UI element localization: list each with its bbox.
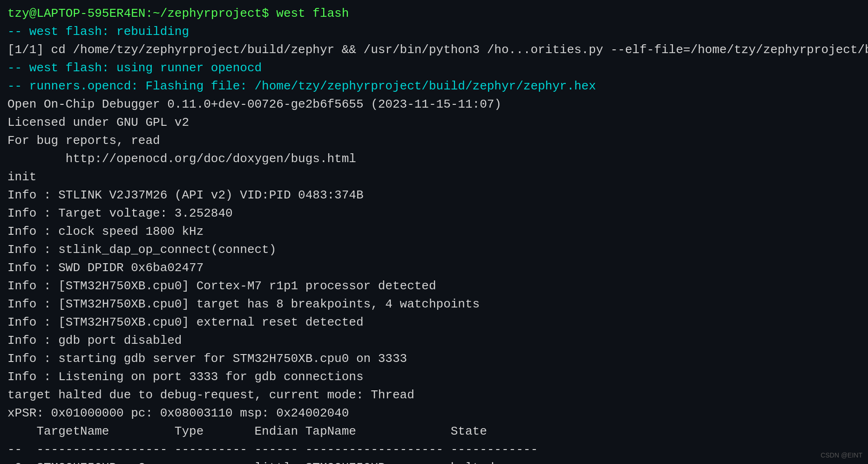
terminal-line: Info : starting gdb server for STM32H750… xyxy=(7,350,861,368)
terminal-line: TargetName Type Endian TapName State xyxy=(7,423,861,441)
terminal-line: [1/1] cd /home/tzy/zephyrproject/build/z… xyxy=(7,41,861,59)
terminal-line: init xyxy=(7,168,861,186)
terminal-line: For bug reports, read xyxy=(7,132,861,150)
terminal-line: tzy@LAPTOP-595ER4EN:~/zephyrproject$ wes… xyxy=(7,5,861,23)
terminal-line: Info : [STM32H750XB.cpu0] target has 8 b… xyxy=(7,295,861,314)
terminal-line: target halted due to debug-request, curr… xyxy=(7,386,861,404)
terminal-line: Open On-Chip Debugger 0.11.0+dev-00726-g… xyxy=(7,96,861,114)
terminal-line: Licensed under GNU GPL v2 xyxy=(7,114,861,132)
terminal-line: xPSR: 0x01000000 pc: 0x08003110 msp: 0x2… xyxy=(7,404,861,423)
terminal-line: 0 STM32H750XB.ap2 mem_ap little STM32H75… xyxy=(7,459,861,464)
watermark: CSDN @EINT xyxy=(821,450,862,460)
terminal-line: Info : stlink_dap_op_connect(connect) xyxy=(7,241,861,259)
terminal-window: tzy@LAPTOP-595ER4EN:~/zephyrproject$ wes… xyxy=(0,0,868,464)
terminal-line: -- west flash: using runner openocd xyxy=(7,59,861,77)
terminal-line: Info : clock speed 1800 kHz xyxy=(7,223,861,241)
terminal-line: Info : [STM32H750XB.cpu0] external reset… xyxy=(7,314,861,332)
terminal-line: Info : Target voltage: 3.252840 xyxy=(7,205,861,223)
terminal-line: -- ------------------ ---------- ------ … xyxy=(7,441,861,459)
terminal-line: Info : STLINK V2J37M26 (API v2) VID:PID … xyxy=(7,186,861,205)
terminal-line: Info : gdb port disabled xyxy=(7,332,861,350)
terminal-line: -- runners.opencd: Flashing file: /home/… xyxy=(7,77,861,96)
terminal-line: -- west flash: rebuilding xyxy=(7,23,861,41)
terminal-line: Info : SWD DPIDR 0x6ba02477 xyxy=(7,259,861,277)
terminal-line: Info : Listening on port 3333 for gdb co… xyxy=(7,368,861,386)
terminal-line: http://openocd.org/doc/doxygen/bugs.html xyxy=(7,150,861,168)
terminal-line: Info : [STM32H750XB.cpu0] Cortex-M7 r1p1… xyxy=(7,277,861,295)
